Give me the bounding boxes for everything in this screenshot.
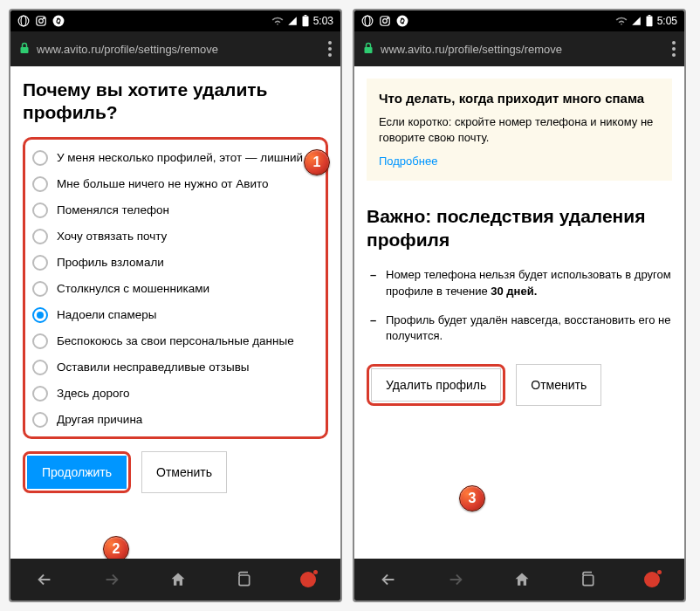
svg-point-11 bbox=[365, 16, 370, 26]
radio-icon bbox=[32, 281, 48, 297]
list-item: Профиль будет удалён навсегда, восстанов… bbox=[367, 312, 672, 346]
home-icon[interactable] bbox=[513, 571, 531, 588]
delete-highlight: Удалить профиль bbox=[367, 364, 505, 406]
cancel-button[interactable]: Отменить bbox=[516, 364, 601, 406]
status-bar: 5:03 bbox=[10, 10, 340, 31]
reason-option[interactable]: Надоели спамеры bbox=[29, 302, 322, 328]
reason-option[interactable]: Беспокоюсь за свои персональные данные bbox=[29, 328, 322, 354]
wifi-icon bbox=[615, 16, 628, 26]
address-bar[interactable]: www.avito.ru/profile/settings/remove bbox=[354, 31, 684, 66]
reason-label: Хочу отвязать почту bbox=[57, 230, 167, 243]
browser-nav-bar bbox=[10, 559, 340, 601]
svg-rect-19 bbox=[583, 575, 594, 586]
svg-point-0 bbox=[18, 16, 29, 26]
home-icon[interactable] bbox=[169, 571, 187, 588]
radio-icon bbox=[32, 150, 48, 166]
tabs-icon[interactable] bbox=[235, 571, 252, 588]
reason-label: Профиль взломали bbox=[57, 256, 164, 269]
reason-label: Надоели спамеры bbox=[57, 308, 156, 321]
forward-icon[interactable] bbox=[446, 570, 465, 589]
svg-point-4 bbox=[44, 17, 45, 18]
instagram-icon bbox=[35, 15, 47, 27]
reason-option[interactable]: Поменялся телефон bbox=[29, 197, 322, 223]
radio-icon bbox=[32, 176, 48, 192]
radio-icon bbox=[32, 203, 48, 218]
annotation-badge-3: 3 bbox=[459, 485, 485, 511]
cancel-button[interactable]: Отменить bbox=[141, 451, 227, 493]
delete-profile-button[interactable]: Удалить профиль bbox=[371, 368, 501, 402]
reason-radio-group: У меня несколько профилей, этот — лишний… bbox=[23, 137, 328, 439]
svg-rect-17 bbox=[648, 15, 650, 16]
reason-option[interactable]: Хочу отвязать почту bbox=[29, 223, 322, 250]
page-title: Важно: последствия удаления профиля bbox=[367, 205, 672, 251]
svg-point-1 bbox=[21, 16, 26, 26]
phone-right: 5:05 www.avito.ru/profile/settings/remov… bbox=[353, 9, 686, 602]
opera-menu-icon[interactable] bbox=[644, 572, 660, 587]
continue-button[interactable]: Продолжить bbox=[27, 456, 127, 489]
callout-link[interactable]: Подробнее bbox=[379, 154, 437, 168]
radio-icon bbox=[32, 386, 48, 402]
list-item: Номер телефона нельзя будет использовать… bbox=[367, 267, 672, 300]
radio-icon bbox=[32, 412, 48, 428]
svg-rect-9 bbox=[239, 575, 250, 586]
info-callout: Что делать, когда приходит много спама Е… bbox=[367, 79, 672, 181]
forward-icon[interactable] bbox=[102, 570, 121, 589]
reason-option[interactable]: Здесь дорого bbox=[29, 381, 322, 407]
back-icon[interactable] bbox=[379, 570, 398, 589]
reason-label: Другая причина bbox=[57, 413, 142, 426]
url-text: www.avito.ru/profile/settings/remove bbox=[381, 43, 562, 56]
annotation-badge-2: 2 bbox=[103, 536, 129, 559]
reason-label: Здесь дорого bbox=[57, 387, 130, 400]
svg-rect-7 bbox=[304, 15, 306, 16]
signal-icon bbox=[287, 16, 298, 26]
reason-label: Мне больше ничего не нужно от Авито bbox=[57, 177, 269, 190]
reason-option[interactable]: Другая причина bbox=[29, 407, 322, 433]
radio-icon bbox=[32, 360, 48, 375]
reason-label: Столкнулся с мошенниками bbox=[57, 282, 209, 295]
svg-point-10 bbox=[362, 16, 373, 26]
battery-icon bbox=[301, 15, 310, 27]
radio-icon bbox=[32, 255, 48, 271]
menu-button[interactable] bbox=[672, 41, 676, 57]
shazam-icon bbox=[396, 15, 408, 27]
svg-point-14 bbox=[388, 17, 388, 18]
svg-point-5 bbox=[53, 16, 65, 27]
consequences-list: Номер телефона нельзя будет использовать… bbox=[367, 267, 672, 345]
tabs-icon[interactable] bbox=[579, 571, 596, 588]
opera-menu-icon[interactable] bbox=[300, 572, 316, 587]
radio-icon bbox=[32, 307, 48, 323]
svg-rect-6 bbox=[302, 16, 308, 26]
svg-point-13 bbox=[383, 19, 388, 24]
callout-title: Что делать, когда приходит много спама bbox=[379, 91, 660, 106]
reason-label: Поменялся телефон bbox=[57, 203, 169, 216]
radio-icon bbox=[32, 229, 48, 244]
svg-point-3 bbox=[39, 19, 44, 24]
reason-option[interactable]: У меня несколько профилей, этот — лишний bbox=[29, 145, 322, 171]
callout-text: Если коротко: скройте номер телефона и н… bbox=[379, 114, 660, 146]
svg-point-15 bbox=[397, 16, 408, 27]
reason-label: Беспокоюсь за свои персональные данные bbox=[57, 334, 294, 347]
svg-rect-8 bbox=[21, 47, 29, 53]
reason-label: У меня несколько профилей, этот — лишний bbox=[57, 151, 303, 164]
reason-option[interactable]: Мне больше ничего не нужно от Авито bbox=[29, 171, 322, 197]
reason-option[interactable]: Профиль взломали bbox=[29, 250, 322, 276]
svg-rect-18 bbox=[365, 47, 373, 53]
browser-nav-bar bbox=[354, 559, 684, 601]
lock-icon bbox=[19, 42, 30, 57]
url-text: www.avito.ru/profile/settings/remove bbox=[37, 43, 218, 56]
page-title: Почему вы хотите удалить профиль? bbox=[23, 79, 328, 125]
reason-label: Оставили несправедливые отзывы bbox=[57, 360, 250, 374]
shazam-icon bbox=[52, 15, 65, 27]
back-icon[interactable] bbox=[35, 570, 54, 589]
reason-option[interactable]: Оставили несправедливые отзывы bbox=[29, 354, 322, 381]
annotation-badge-1: 1 bbox=[304, 149, 330, 175]
continue-highlight: Продолжить bbox=[23, 451, 131, 493]
menu-button[interactable] bbox=[328, 41, 332, 57]
svg-rect-16 bbox=[646, 16, 652, 26]
signal-icon bbox=[631, 16, 642, 26]
reason-option[interactable]: Столкнулся с мошенниками bbox=[29, 276, 322, 302]
address-bar[interactable]: www.avito.ru/profile/settings/remove bbox=[10, 31, 340, 66]
wifi-icon bbox=[271, 16, 284, 26]
opera-icon bbox=[361, 15, 374, 27]
status-time: 5:03 bbox=[313, 15, 333, 27]
